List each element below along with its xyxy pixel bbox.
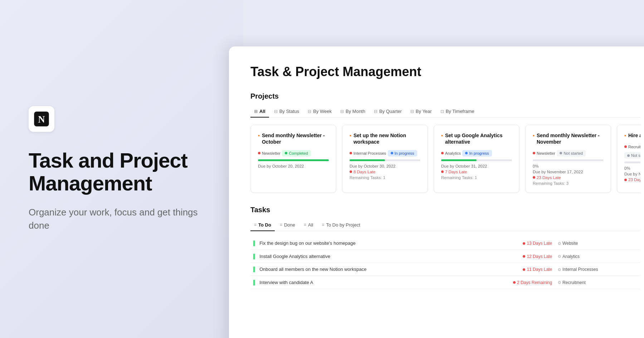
card-remaining-3: Remaining Tasks: 1 — [441, 175, 512, 180]
tab-quarter-icon: ⊟ — [374, 109, 377, 114]
task-name-4: Interview with candidate A — [259, 280, 313, 285]
task-row-2[interactable]: ▌ Install Google Analytics alternative 1… — [250, 250, 640, 263]
task-row-3[interactable]: ▌ Onboard all members on the new Notion … — [250, 263, 640, 276]
left-subtitle: Organize your work, focus and get things… — [29, 206, 215, 232]
tab-quarter-label: By Quarter — [379, 109, 402, 114]
task-tab-todo-icon: ≡ — [254, 222, 257, 227]
card-icon-1: ▪ — [258, 132, 260, 139]
card-icon-3: ▪ — [441, 132, 443, 139]
task-name-1: Fix the design bug on our website's home… — [259, 240, 355, 246]
project-card-hire[interactable]: ▪ Hire a Marketer Recruitment Not starte… — [617, 125, 640, 193]
task-name-cell-3: ▌ Onboard all members on the new Notion … — [250, 263, 472, 276]
project-cards-container: ▪ Send monthly Newsletter - October News… — [250, 125, 640, 193]
task-category-2: ⊙ Analytics — [558, 254, 580, 259]
task-tab-project-icon: ≡ — [322, 222, 324, 227]
task-tab-by-project[interactable]: ≡ To Do by Project — [318, 220, 364, 231]
task-tab-all-label: All — [308, 222, 313, 228]
cat-dot-4 — [533, 152, 535, 154]
card-category-3: Analytics — [441, 151, 461, 155]
card-percent-4: 0% — [533, 164, 604, 168]
task-cat-icon-1: ⊙ — [558, 241, 561, 246]
task-cat-cell-4: ⊙ Recruitment — [555, 276, 640, 289]
task-late-badge-1: 13 Days Late — [523, 241, 552, 246]
task-name-cell-2: ▌ Install Google Analytics alternative — [250, 250, 472, 263]
task-late-cell-4: 2 Days Remaining — [472, 276, 555, 289]
task-category-3: ⊙ Internal Processes — [558, 267, 598, 272]
card-icon-2: ▪ — [350, 132, 351, 139]
card-late-3: 7 Days Late — [441, 170, 512, 174]
task-tab-done[interactable]: ≡ Done — [276, 220, 299, 231]
card-title-3: ▪ Set up Google Analytics alternative — [441, 132, 512, 145]
notion-content: Task & Project Management Projects ⊞ All… — [229, 46, 644, 338]
progress-fill-2 — [350, 159, 385, 161]
task-tab-done-label: Done — [284, 222, 295, 228]
task-name-2: Install Google Analytics alternative — [259, 254, 330, 259]
progress-wrap-5 — [624, 161, 640, 163]
status-dot-2 — [391, 152, 393, 154]
progress-fill-3 — [441, 159, 477, 161]
task-tab-all[interactable]: ≡ All — [300, 220, 317, 231]
card-status-3: In progress — [462, 150, 492, 156]
card-late-4: 23 Days Late — [533, 175, 604, 180]
task-late-cell-1: 13 Days Late — [472, 237, 555, 250]
tab-timeframe-icon: ⊡ — [440, 109, 444, 114]
task-cat-cell-3: ⊙ Internal Processes — [555, 263, 640, 276]
card-remaining-4: Remaining Tasks: 3 — [533, 181, 604, 185]
tab-by-timeframe[interactable]: ⊡ By Timeframe — [437, 106, 478, 118]
cat-dot-5 — [624, 145, 627, 148]
card-percent-5: 0% — [624, 166, 640, 170]
tab-all[interactable]: ⊞ All — [250, 106, 269, 118]
card-due-1: Due by October 20, 2022 — [258, 164, 329, 168]
late-dot-2 — [350, 170, 352, 173]
status-dot-3 — [465, 152, 468, 154]
task-cat-icon-2: ⊙ — [558, 254, 561, 259]
task-name-3: Onboard all members on the new Notion wo… — [259, 267, 366, 272]
project-card-notion-workspace[interactable]: ▪ Set up the new Notion workspace Intern… — [342, 125, 428, 193]
task-tab-todo[interactable]: ≡ To Do — [250, 220, 275, 231]
tab-by-week[interactable]: ⊟ By Week — [304, 106, 335, 118]
notion-panel: Task & Project Management Projects ⊞ All… — [229, 46, 644, 338]
progress-wrap-2 — [350, 159, 420, 161]
task-late-badge-2: 12 Days Late — [523, 254, 552, 259]
tab-by-quarter[interactable]: ⊟ By Quarter — [370, 106, 405, 118]
task-late-dot-4 — [513, 281, 516, 284]
task-row-4[interactable]: ▌ Interview with candidate A 2 Days Rema… — [250, 276, 640, 289]
card-status-4: Not started — [557, 150, 586, 156]
tab-status-label: By Status — [279, 109, 299, 114]
project-card-analytics[interactable]: ▪ Set up Google Analytics alternative An… — [434, 125, 519, 193]
tab-week-label: By Week — [313, 109, 332, 114]
task-tab-project-label: To Do by Project — [326, 222, 360, 228]
task-late-cell-2: 12 Days Late — [472, 250, 555, 263]
tab-status-icon: ⊟ — [274, 109, 278, 114]
card-category-1: Newsletter — [258, 151, 280, 155]
progress-wrap-1 — [258, 159, 329, 161]
tab-by-status[interactable]: ⊟ By Status — [270, 106, 303, 118]
card-due-4: Due by November 17, 2022 — [533, 170, 604, 174]
project-card-newsletter-nov[interactable]: ▪ Send monthly Newsletter - November New… — [525, 125, 611, 193]
status-dot-1 — [285, 152, 287, 154]
card-category-5: Recruitment — [624, 145, 640, 149]
tab-by-year[interactable]: ⊟ By Year — [407, 106, 435, 118]
cat-dot-1 — [258, 152, 260, 154]
card-due-3: Due by October 31, 2022 — [441, 164, 512, 168]
task-cat-cell-1: ⊙ Website — [555, 237, 640, 250]
card-title-5: ▪ Hire a Marketer — [624, 132, 640, 139]
card-category-2: Internal Processes — [350, 151, 386, 155]
cat-dot-2 — [350, 152, 352, 154]
task-cat-cell-2: ⊙ Analytics — [555, 250, 640, 263]
tab-by-month[interactable]: ⊟ By Month — [337, 106, 369, 118]
tab-month-icon: ⊟ — [340, 109, 344, 114]
card-due-2: Due by October 30, 2022 — [350, 164, 420, 168]
card-title-2: ▪ Set up the new Notion workspace — [350, 132, 420, 145]
task-category-4: ⊙ Recruitment — [558, 280, 586, 285]
task-row-1[interactable]: ▌ Fix the design bug on our website's ho… — [250, 237, 640, 250]
tab-all-icon: ⊞ — [254, 109, 258, 114]
task-doc-icon-2: ▌ — [253, 254, 257, 259]
card-remaining-2: Remaining Tasks: 1 — [350, 175, 420, 180]
project-tabs: ⊞ All ⊟ By Status ⊟ By Week ⊟ By Month ⊟… — [250, 106, 640, 118]
card-due-5: Due by Nov... — [624, 172, 640, 176]
project-card-newsletter-oct[interactable]: ▪ Send monthly Newsletter - October News… — [250, 125, 336, 193]
progress-fill-1 — [258, 159, 329, 161]
left-title: Task and Project Management — [29, 149, 215, 195]
task-late-dot-1 — [523, 242, 525, 245]
